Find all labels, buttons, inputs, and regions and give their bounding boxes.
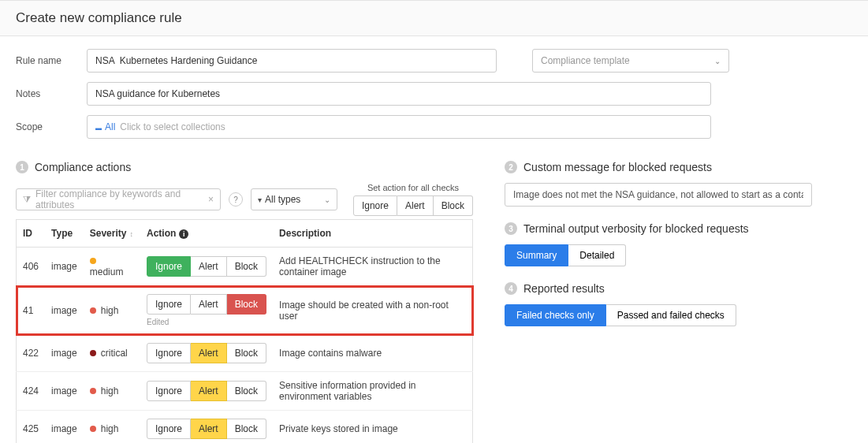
compliance-filter-input[interactable]: ⧩ Filter compliance by keywords and attr… <box>16 188 221 210</box>
col-id[interactable]: ID <box>17 220 46 248</box>
types-filter-select[interactable]: ▾All types ⌄ <box>251 188 337 210</box>
row-ignore-button[interactable]: Ignore <box>147 294 191 315</box>
verbosity-toggle: Summary Detailed <box>505 244 626 266</box>
cell-severity: high <box>84 372 140 411</box>
rule-name-input[interactable] <box>87 49 497 73</box>
col-severity[interactable]: Severity↕ <box>84 220 140 248</box>
row-block-button[interactable]: Block <box>227 256 266 277</box>
info-icon[interactable]: i <box>179 229 188 239</box>
reported-passed-button[interactable]: Passed and failed checks <box>606 304 736 326</box>
help-icon[interactable]: ? <box>229 192 243 207</box>
verbosity-summary-button[interactable]: Summary <box>505 244 568 266</box>
step-3-badge: 3 <box>505 222 517 235</box>
severity-dot-icon <box>90 307 96 314</box>
step-1-badge: 1 <box>16 161 28 173</box>
row-block-button[interactable]: Block <box>227 343 266 363</box>
verbosity-detailed-button[interactable]: Detailed <box>568 244 626 266</box>
cell-id: 422 <box>17 335 46 372</box>
col-action: Actioni <box>140 220 273 248</box>
notes-input[interactable] <box>87 82 711 106</box>
cell-type: image <box>45 372 84 411</box>
chevron-down-icon: ⌄ <box>714 57 721 65</box>
filter-placeholder: Filter compliance by keywords and attrib… <box>35 188 208 210</box>
compliance-actions-title: 1 Compliance actions <box>16 161 473 173</box>
cell-id: 41 <box>17 286 46 335</box>
severity-dot-icon <box>90 258 96 264</box>
template-placeholder: Compliance template <box>541 55 630 66</box>
custom-message-title: 2 Custom message for blocked requests <box>505 161 852 173</box>
scope-label: Scope <box>16 121 87 132</box>
row-alert-button[interactable]: Alert <box>191 419 227 439</box>
severity-dot-icon <box>90 388 96 394</box>
col-description: Description <box>273 220 472 248</box>
col-type[interactable]: Type <box>45 220 84 248</box>
cell-action: IgnoreAlertBlock <box>140 335 273 372</box>
compliance-table: ID Type Severity↕ Actioni Description 40… <box>16 219 473 443</box>
row-alert-button[interactable]: Alert <box>191 343 227 363</box>
row-block-button[interactable]: Block <box>227 381 266 401</box>
row-block-button[interactable]: Block <box>227 294 266 315</box>
cell-severity: medium <box>84 248 140 286</box>
cell-description: Add HEALTHCHECK instruction to the conta… <box>273 248 472 286</box>
table-row[interactable]: 422imagecriticalIgnoreAlertBlockImage co… <box>17 335 473 372</box>
page-header: Create new compliance rule <box>0 0 868 36</box>
row-ignore-button[interactable]: Ignore <box>147 343 191 363</box>
cell-description: Private keys stored in image <box>273 411 472 444</box>
filter-icon: ⧩ <box>23 194 31 205</box>
severity-dot-icon <box>90 350 96 356</box>
row-alert-button[interactable]: Alert <box>191 381 227 401</box>
row-alert-button[interactable]: Alert <box>191 256 227 277</box>
chevron-down-icon: ⌄ <box>324 195 330 204</box>
reported-failed-button[interactable]: Failed checks only <box>505 304 606 326</box>
table-row[interactable]: 41imagehighIgnoreAlertBlockEditedImage s… <box>17 286 473 335</box>
reported-toggle: Failed checks only Passed and failed che… <box>505 304 736 326</box>
cell-type: image <box>45 335 84 372</box>
rule-name-label: Rule name <box>16 55 87 66</box>
severity-dot-icon <box>90 426 96 432</box>
set-all-alert-button[interactable]: Alert <box>397 195 434 216</box>
cell-severity: high <box>84 411 140 444</box>
cell-action: IgnoreAlertBlockEdited <box>140 286 273 335</box>
cell-type: image <box>45 286 84 335</box>
table-row[interactable]: 406imagemediumIgnoreAlertBlockAdd HEALTH… <box>17 248 473 286</box>
cell-description: Image should be created with a non-root … <box>273 286 472 335</box>
custom-message-input[interactable] <box>505 183 812 207</box>
row-block-button[interactable]: Block <box>227 419 266 439</box>
cell-id: 425 <box>17 411 46 444</box>
scope-all-tag: All <box>95 121 115 132</box>
row-ignore-button[interactable]: Ignore <box>147 256 191 277</box>
notes-label: Notes <box>16 88 87 99</box>
row-ignore-button[interactable]: Ignore <box>147 419 191 439</box>
cell-id: 424 <box>17 372 46 411</box>
step-2-badge: 2 <box>505 161 517 173</box>
cell-type: image <box>45 248 84 286</box>
cell-description: Sensitive information provided in enviro… <box>273 372 472 411</box>
clear-icon[interactable]: × <box>208 194 214 205</box>
verbosity-title: 3 Terminal output verbosity for blocked … <box>505 222 852 235</box>
set-all-label: Set action for all checks <box>353 183 473 192</box>
set-all-action-group: Ignore Alert Block <box>353 195 473 216</box>
cell-severity: critical <box>84 335 140 372</box>
scope-placeholder: Click to select collections <box>120 121 225 132</box>
sort-icon: ↕ <box>129 230 133 238</box>
step-4-badge: 4 <box>505 282 517 295</box>
cell-description: Image contains malware <box>273 335 472 372</box>
cell-action: IgnoreAlertBlock <box>140 372 273 411</box>
cell-severity: high <box>84 286 140 335</box>
reported-results-title: 4 Reported results <box>505 282 852 295</box>
cell-id: 406 <box>17 248 46 286</box>
row-alert-button[interactable]: Alert <box>191 294 227 315</box>
table-row[interactable]: 425imagehighIgnoreAlertBlockPrivate keys… <box>17 411 473 444</box>
compliance-template-select[interactable]: Compliance template ⌄ <box>532 49 729 73</box>
set-all-ignore-button[interactable]: Ignore <box>353 195 397 216</box>
cell-action: IgnoreAlertBlock <box>140 248 273 286</box>
cell-type: image <box>45 411 84 444</box>
table-row[interactable]: 424imagehighIgnoreAlertBlockSensitive in… <box>17 372 473 411</box>
form-section: Rule name Compliance template ⌄ Notes Sc… <box>0 36 868 154</box>
edited-label: Edited <box>147 318 266 326</box>
cell-action: IgnoreAlertBlock <box>140 411 273 444</box>
set-all-block-button[interactable]: Block <box>434 195 473 216</box>
page-title: Create new compliance rule <box>16 10 852 26</box>
row-ignore-button[interactable]: Ignore <box>147 381 191 401</box>
scope-input[interactable]: All Click to select collections <box>87 115 711 139</box>
